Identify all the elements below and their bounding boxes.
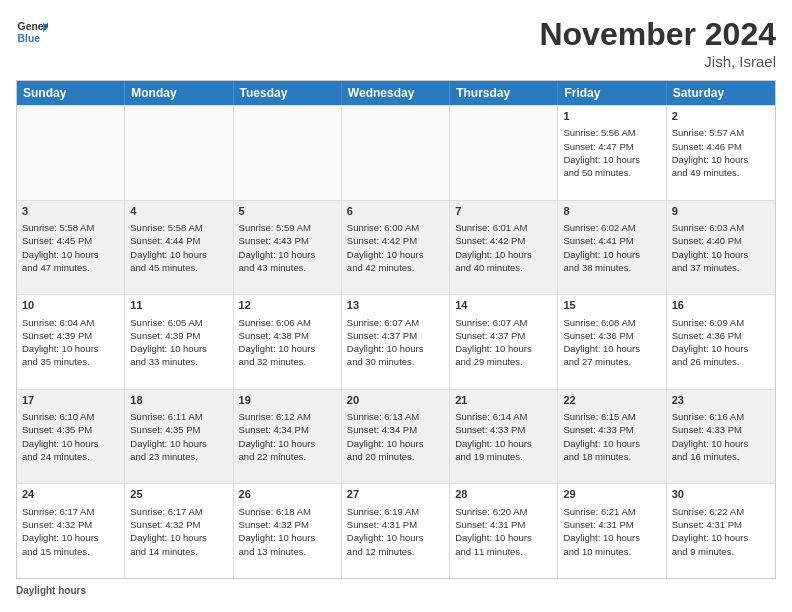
- day-info: Daylight: 10 hours: [347, 531, 444, 544]
- calendar-cell: [17, 106, 125, 200]
- day-number: 15: [563, 298, 660, 313]
- calendar-cell: 3Sunrise: 5:58 AMSunset: 4:45 PMDaylight…: [17, 201, 125, 295]
- day-info: Daylight: 10 hours: [239, 531, 336, 544]
- day-info: Daylight: 10 hours: [672, 531, 770, 544]
- day-info: Daylight: 10 hours: [22, 437, 119, 450]
- month-title: November 2024: [539, 16, 776, 53]
- day-number: 20: [347, 393, 444, 408]
- calendar-cell: 4Sunrise: 5:58 AMSunset: 4:44 PMDaylight…: [125, 201, 233, 295]
- day-info: and 10 minutes.: [563, 545, 660, 558]
- calendar-cell: 2Sunrise: 5:57 AMSunset: 4:46 PMDaylight…: [667, 106, 775, 200]
- day-info: Sunrise: 5:57 AM: [672, 126, 770, 139]
- calendar-row: 10Sunrise: 6:04 AMSunset: 4:39 PMDayligh…: [17, 294, 775, 389]
- day-info: Sunset: 4:33 PM: [455, 423, 552, 436]
- day-info: and 50 minutes.: [563, 166, 660, 179]
- day-info: and 27 minutes.: [563, 355, 660, 368]
- calendar-cell: 27Sunrise: 6:19 AMSunset: 4:31 PMDayligh…: [342, 484, 450, 578]
- day-info: Sunset: 4:32 PM: [130, 518, 227, 531]
- day-info: Daylight: 10 hours: [347, 248, 444, 261]
- calendar-cell: 9Sunrise: 6:03 AMSunset: 4:40 PMDaylight…: [667, 201, 775, 295]
- day-info: Daylight: 10 hours: [672, 437, 770, 450]
- calendar-cell: 30Sunrise: 6:22 AMSunset: 4:31 PMDayligh…: [667, 484, 775, 578]
- day-info: and 30 minutes.: [347, 355, 444, 368]
- day-number: 25: [130, 487, 227, 502]
- day-info: Sunset: 4:39 PM: [22, 329, 119, 342]
- day-info: Sunset: 4:45 PM: [22, 234, 119, 247]
- calendar-cell: 6Sunrise: 6:00 AMSunset: 4:42 PMDaylight…: [342, 201, 450, 295]
- day-info: Sunrise: 6:09 AM: [672, 316, 770, 329]
- day-number: 11: [130, 298, 227, 313]
- calendar-cell: 23Sunrise: 6:16 AMSunset: 4:33 PMDayligh…: [667, 390, 775, 484]
- day-info: Sunrise: 6:16 AM: [672, 410, 770, 423]
- day-info: Daylight: 10 hours: [563, 248, 660, 261]
- day-info: Sunset: 4:31 PM: [563, 518, 660, 531]
- day-number: 23: [672, 393, 770, 408]
- calendar-cell: 26Sunrise: 6:18 AMSunset: 4:32 PMDayligh…: [234, 484, 342, 578]
- day-info: Daylight: 10 hours: [455, 248, 552, 261]
- day-number: 24: [22, 487, 119, 502]
- weekday-header: Monday: [125, 81, 233, 105]
- day-info: and 47 minutes.: [22, 261, 119, 274]
- day-number: 5: [239, 204, 336, 219]
- calendar-cell: 5Sunrise: 5:59 AMSunset: 4:43 PMDaylight…: [234, 201, 342, 295]
- day-info: Daylight: 10 hours: [672, 153, 770, 166]
- day-info: Daylight: 10 hours: [563, 437, 660, 450]
- calendar-row: 3Sunrise: 5:58 AMSunset: 4:45 PMDaylight…: [17, 200, 775, 295]
- day-number: 22: [563, 393, 660, 408]
- day-info: Sunrise: 5:56 AM: [563, 126, 660, 139]
- day-number: 19: [239, 393, 336, 408]
- day-number: 2: [672, 109, 770, 124]
- day-info: Sunrise: 6:13 AM: [347, 410, 444, 423]
- calendar-cell: 15Sunrise: 6:08 AMSunset: 4:36 PMDayligh…: [558, 295, 666, 389]
- title-block: November 2024 Jish, Israel: [539, 16, 776, 70]
- day-info: Daylight: 10 hours: [347, 342, 444, 355]
- day-info: and 42 minutes.: [347, 261, 444, 274]
- calendar-row: 24Sunrise: 6:17 AMSunset: 4:32 PMDayligh…: [17, 483, 775, 578]
- day-info: Sunset: 4:32 PM: [22, 518, 119, 531]
- calendar-cell: 28Sunrise: 6:20 AMSunset: 4:31 PMDayligh…: [450, 484, 558, 578]
- day-info: Sunrise: 6:04 AM: [22, 316, 119, 329]
- day-info: and 18 minutes.: [563, 450, 660, 463]
- day-info: Sunrise: 6:17 AM: [130, 505, 227, 518]
- day-info: Sunrise: 6:03 AM: [672, 221, 770, 234]
- calendar-row: 1Sunrise: 5:56 AMSunset: 4:47 PMDaylight…: [17, 105, 775, 200]
- day-number: 21: [455, 393, 552, 408]
- day-info: and 35 minutes.: [22, 355, 119, 368]
- calendar-cell: 21Sunrise: 6:14 AMSunset: 4:33 PMDayligh…: [450, 390, 558, 484]
- day-info: Sunset: 4:35 PM: [22, 423, 119, 436]
- day-info: and 26 minutes.: [672, 355, 770, 368]
- day-number: 13: [347, 298, 444, 313]
- day-info: Daylight: 10 hours: [22, 531, 119, 544]
- day-info: Sunset: 4:46 PM: [672, 140, 770, 153]
- day-number: 10: [22, 298, 119, 313]
- day-number: 27: [347, 487, 444, 502]
- day-info: Sunset: 4:40 PM: [672, 234, 770, 247]
- weekday-header: Thursday: [450, 81, 558, 105]
- calendar-cell: 22Sunrise: 6:15 AMSunset: 4:33 PMDayligh…: [558, 390, 666, 484]
- day-info: Sunrise: 6:05 AM: [130, 316, 227, 329]
- day-info: Sunset: 4:34 PM: [347, 423, 444, 436]
- day-info: and 15 minutes.: [22, 545, 119, 558]
- day-info: Daylight: 10 hours: [130, 342, 227, 355]
- day-info: Sunrise: 6:20 AM: [455, 505, 552, 518]
- calendar-body: 1Sunrise: 5:56 AMSunset: 4:47 PMDaylight…: [17, 105, 775, 578]
- day-info: Sunset: 4:37 PM: [455, 329, 552, 342]
- day-info: Daylight: 10 hours: [239, 437, 336, 450]
- day-info: Sunrise: 6:00 AM: [347, 221, 444, 234]
- logo-icon: General Blue: [16, 16, 48, 48]
- weekday-header: Wednesday: [342, 81, 450, 105]
- day-info: Sunrise: 6:07 AM: [455, 316, 552, 329]
- day-info: Sunset: 4:41 PM: [563, 234, 660, 247]
- page-header: General Blue November 2024 Jish, Israel: [16, 16, 776, 70]
- day-info: and 29 minutes.: [455, 355, 552, 368]
- day-number: 28: [455, 487, 552, 502]
- calendar-cell: 25Sunrise: 6:17 AMSunset: 4:32 PMDayligh…: [125, 484, 233, 578]
- calendar-cell: 8Sunrise: 6:02 AMSunset: 4:41 PMDaylight…: [558, 201, 666, 295]
- day-info: and 13 minutes.: [239, 545, 336, 558]
- day-info: Daylight: 10 hours: [455, 342, 552, 355]
- day-number: 6: [347, 204, 444, 219]
- day-info: and 22 minutes.: [239, 450, 336, 463]
- day-info: Sunrise: 6:06 AM: [239, 316, 336, 329]
- day-info: Sunrise: 6:14 AM: [455, 410, 552, 423]
- weekday-header: Sunday: [17, 81, 125, 105]
